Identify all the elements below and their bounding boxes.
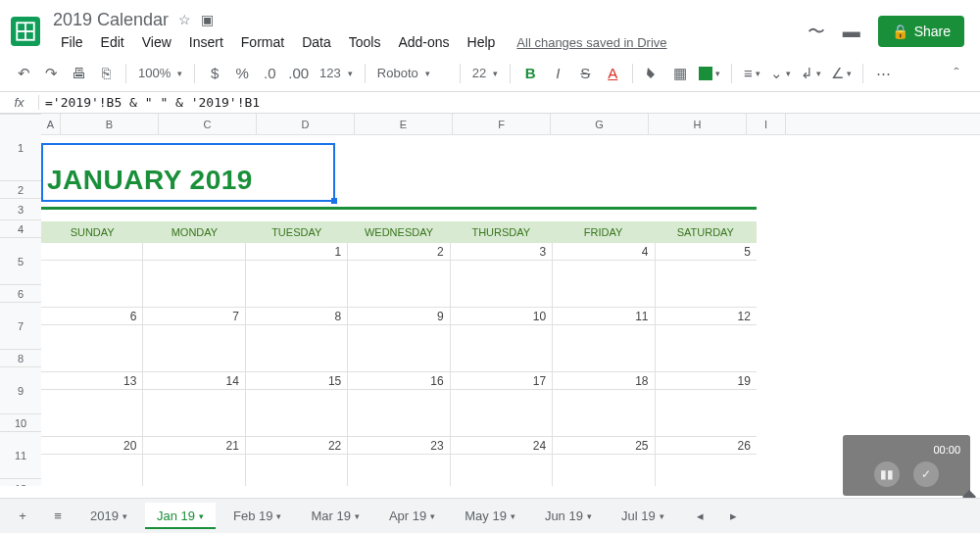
- row-header-1[interactable]: 1: [0, 115, 41, 181]
- percent-button[interactable]: %: [230, 61, 254, 86]
- menu-format[interactable]: Format: [233, 32, 292, 52]
- calendar-date-cell[interactable]: 15: [246, 372, 348, 390]
- tab-menu-icon[interactable]: ▾: [276, 511, 281, 521]
- tab-menu-icon[interactable]: ▾: [122, 511, 127, 521]
- col-header-G[interactable]: G: [551, 114, 649, 135]
- calendar-body-cell[interactable]: [348, 390, 450, 437]
- row-header-2[interactable]: 2: [0, 181, 41, 199]
- tab-menu-icon[interactable]: ▾: [511, 511, 515, 521]
- col-header-F[interactable]: F: [453, 114, 551, 135]
- calendar-body-cell[interactable]: [41, 390, 143, 437]
- row-header-9[interactable]: 9: [0, 367, 41, 414]
- print-icon[interactable]: 🖶: [67, 61, 90, 86]
- menu-help[interactable]: Help: [460, 32, 504, 52]
- calendar-body-cell[interactable]: [348, 325, 450, 372]
- sheet-tab[interactable]: Jan 19▾: [145, 503, 216, 529]
- calendar-date-cell[interactable]: [41, 243, 143, 261]
- tab-menu-icon[interactable]: ▾: [199, 511, 204, 521]
- row-header-3[interactable]: 3: [0, 199, 41, 220]
- calendar-date-cell[interactable]: 24: [451, 437, 553, 455]
- calendar-date-cell[interactable]: 4: [553, 243, 655, 261]
- calendar-date-cell[interactable]: 7: [143, 308, 245, 325]
- calendar-date-cell[interactable]: [143, 243, 245, 261]
- font-select[interactable]: Roboto: [373, 66, 452, 80]
- calendar-body-cell[interactable]: [348, 261, 450, 308]
- calendar-body-cell[interactable]: [41, 455, 143, 486]
- calendar-date-cell[interactable]: 14: [143, 372, 245, 390]
- calendar-body-cell[interactable]: [246, 455, 348, 486]
- calendar-body-cell[interactable]: [348, 455, 450, 486]
- calendar-body-cell[interactable]: [451, 390, 553, 437]
- increase-decimal-button[interactable]: .00: [285, 61, 312, 86]
- text-color-button[interactable]: A: [601, 61, 624, 86]
- calendar-date-cell[interactable]: 6: [41, 308, 143, 325]
- doc-title[interactable]: 2019 Calendar: [53, 10, 169, 30]
- calendar-body-cell[interactable]: [143, 325, 245, 372]
- calendar-body-cell[interactable]: [656, 261, 757, 308]
- row-header-6[interactable]: 6: [0, 285, 41, 303]
- calendar-date-cell[interactable]: 10: [451, 308, 553, 325]
- calendar-date-cell[interactable]: 19: [656, 372, 757, 390]
- sheet-tab[interactable]: Apr 19▾: [377, 503, 447, 529]
- tab-menu-icon[interactable]: ▾: [430, 511, 435, 521]
- menu-file[interactable]: File: [53, 32, 91, 52]
- menu-insert[interactable]: Insert: [181, 32, 231, 52]
- calendar-body-cell[interactable]: [41, 261, 143, 308]
- calendar-body-cell[interactable]: [656, 390, 757, 437]
- calendar-body-cell[interactable]: [553, 390, 655, 437]
- row-header-5[interactable]: 5: [0, 238, 41, 285]
- calendar-date-cell[interactable]: 23: [348, 437, 450, 455]
- valign-button[interactable]: ⌄: [767, 61, 794, 86]
- borders-button[interactable]: ▦: [668, 61, 692, 86]
- col-header-D[interactable]: D: [257, 114, 355, 135]
- activity-icon[interactable]: 〜: [808, 20, 825, 43]
- calendar-date-cell[interactable]: 9: [348, 308, 450, 325]
- redo-icon[interactable]: ↷: [39, 61, 63, 86]
- col-header-I[interactable]: I: [747, 114, 786, 135]
- calendar-body-cell[interactable]: [451, 455, 553, 486]
- italic-button[interactable]: I: [546, 61, 569, 86]
- recorder-pause-button[interactable]: ▮▮: [874, 461, 900, 487]
- tabs-prev-button[interactable]: ◂: [686, 503, 715, 530]
- calendar-date-cell[interactable]: 8: [246, 308, 348, 325]
- row-header-11[interactable]: 11: [0, 432, 41, 479]
- menu-tools[interactable]: Tools: [341, 32, 389, 52]
- calendar-date-cell[interactable]: 18: [553, 372, 655, 390]
- calendar-date-cell[interactable]: 21: [143, 437, 245, 455]
- move-to-drive-icon[interactable]: ▣: [201, 12, 214, 27]
- calendar-date-cell[interactable]: 1: [246, 243, 348, 261]
- calendar-body-cell[interactable]: [451, 325, 553, 372]
- calendar-date-cell[interactable]: 11: [553, 308, 655, 325]
- formula-input[interactable]: ='2019'!B5 & " " & '2019'!B1: [39, 95, 980, 110]
- all-sheets-button[interactable]: ≡: [43, 503, 73, 530]
- sheet-tab[interactable]: Feb 19▾: [221, 503, 293, 529]
- more-button[interactable]: ⋯: [871, 61, 895, 86]
- calendar-body-cell[interactable]: [246, 390, 348, 437]
- calendar-body-cell[interactable]: [553, 325, 655, 372]
- number-format-select[interactable]: 123: [316, 66, 357, 80]
- rotate-button[interactable]: ∠: [828, 61, 855, 86]
- fill-color-button[interactable]: [641, 61, 664, 86]
- collapse-toolbar-icon[interactable]: ˆ: [945, 61, 968, 86]
- calendar-body-cell[interactable]: [451, 261, 553, 308]
- col-header-B[interactable]: B: [61, 114, 159, 135]
- tab-menu-icon[interactable]: ▾: [660, 511, 664, 521]
- screen-recorder-overlay[interactable]: 00:00 ▮▮ ✓: [843, 435, 970, 496]
- currency-button[interactable]: $: [203, 61, 226, 86]
- calendar-date-cell[interactable]: 22: [246, 437, 348, 455]
- halign-button[interactable]: ≡: [740, 61, 763, 86]
- row-header-10[interactable]: 10: [0, 414, 41, 432]
- wrap-button[interactable]: ↲: [798, 61, 824, 86]
- zoom-select[interactable]: 100%: [134, 66, 186, 80]
- row-header-8[interactable]: 8: [0, 350, 41, 367]
- row-header-12[interactable]: 12: [0, 479, 41, 486]
- sheet-tab[interactable]: Jun 19▾: [533, 503, 604, 529]
- comments-icon[interactable]: ▬: [843, 22, 860, 42]
- share-button[interactable]: 🔒 Share: [878, 16, 964, 47]
- calendar-date-cell[interactable]: 5: [656, 243, 757, 261]
- sheet-tab[interactable]: 2019▾: [78, 503, 139, 529]
- row-header-4[interactable]: 4: [0, 220, 41, 238]
- calendar-date-cell[interactable]: 17: [451, 372, 553, 390]
- recorder-done-button[interactable]: ✓: [913, 461, 939, 487]
- calendar-date-cell[interactable]: 3: [451, 243, 553, 261]
